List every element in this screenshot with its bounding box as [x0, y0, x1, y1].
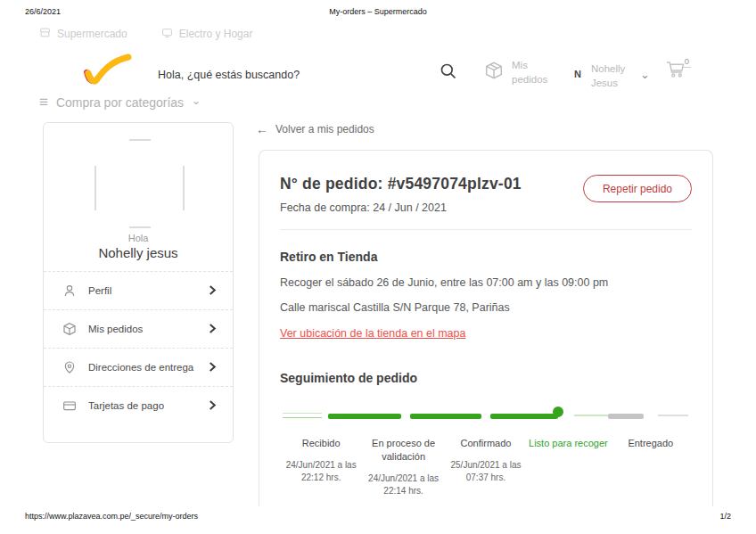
back-link-label: Volver a mis pedidos	[275, 123, 374, 136]
cart-count-badge: 0	[683, 56, 691, 68]
progress-segment-pending	[608, 414, 644, 419]
repeat-order-button[interactable]: Repetir pedido	[583, 175, 692, 202]
tracking-step-listo-para-recoger: Listo para recoger	[527, 437, 609, 497]
person-icon	[62, 283, 77, 298]
divider	[280, 229, 692, 230]
pickup-address: Calle mariscal Castilla S/N Parque 78, P…	[280, 301, 692, 314]
progress-line-start	[283, 413, 322, 418]
sidebar-item-direcciones[interactable]: Direcciones de entrega	[44, 348, 233, 386]
nav-my-orders[interactable]: Mis pedidos	[484, 59, 553, 86]
print-date: 26/6/2021	[25, 7, 61, 16]
sidebar-item-perfil[interactable]: Perfil	[44, 271, 233, 309]
order-number-title: N° de pedido: #v5497074plzv-01	[280, 175, 522, 193]
progress-segment-recibido	[328, 414, 401, 419]
print-title: My-orders – Supermercado	[329, 7, 427, 16]
appliance-icon	[161, 27, 173, 41]
nav-user-menu[interactable]: N Nohelly Jesus ⌄	[574, 62, 650, 90]
chevron-down-icon: ⌄	[192, 94, 201, 107]
purchase-date: Fecha de compra: 24 / Jun / 2021	[280, 201, 522, 214]
order-detail-card: N° de pedido: #v5497074plzv-01 Fecha de …	[259, 150, 713, 506]
page: 26/6/2021 My-orders – Supermercado Super…	[0, 0, 756, 534]
pickup-schedule: Recoger el sábado 26 de Junio, entre las…	[280, 276, 692, 289]
progress-segment-validacion	[410, 414, 481, 419]
tracking-steps: Recibido 24/Jun/2021 a las 22:12 hrs. En…	[280, 437, 692, 497]
back-link[interactable]: ← Volver a mis pedidos	[256, 122, 374, 136]
sidebar-item-mis-pedidos[interactable]: Mis pedidos	[44, 309, 233, 348]
chevron-right-icon	[209, 283, 217, 299]
tracking-title: Seguimiento de pedido	[280, 371, 692, 385]
store-tabs: Supermercado Electro y Hogar	[39, 27, 252, 41]
user-name-label: Nohelly Jesus	[591, 62, 630, 90]
tracking-step-validacion: En proceso de validación 24/Jun/2021 a l…	[362, 437, 444, 497]
sidebar-item-tarjetas[interactable]: Tarjetas de pago	[44, 386, 233, 424]
tab-label: Supermercado	[57, 28, 127, 40]
store-icon	[39, 27, 51, 41]
categories-menu[interactable]: ≡ Compra por categorías ⌄	[39, 94, 201, 110]
progress-line-after-marker	[574, 415, 610, 416]
cart-button[interactable]: 0	[664, 57, 687, 84]
card-icon	[62, 398, 77, 413]
current-step-marker	[553, 407, 563, 417]
sidebar-user-name: Nohelly jesus	[44, 245, 233, 260]
chevron-right-icon	[209, 398, 217, 414]
progress-segment-confirmado	[490, 414, 558, 419]
account-sidebar: Hola Nohelly jesus Perfil Mis pedidos	[43, 122, 234, 443]
avatar: N	[574, 69, 581, 79]
pin-icon	[62, 360, 77, 374]
sidebar-menu: Perfil Mis pedidos Direcciones de entreg	[44, 271, 233, 424]
chevron-right-icon	[209, 321, 217, 337]
tracking-progress-bar	[280, 407, 692, 426]
tab-electro-y-hogar[interactable]: Electro y Hogar	[161, 27, 253, 41]
sidebar-greeting: Hola	[44, 233, 233, 243]
tracking-step-recibido: Recibido 24/Jun/2021 a las 22:12 hrs.	[280, 437, 362, 497]
search-icon[interactable]	[440, 62, 457, 80]
pickup-title: Retiro en Tienda	[280, 250, 692, 264]
tab-supermercado[interactable]: Supermercado	[39, 27, 127, 41]
tab-label: Electro y Hogar	[179, 28, 253, 40]
categories-label: Compra por categorías	[56, 95, 184, 110]
nav-my-orders-label: Mis pedidos	[512, 59, 553, 86]
package-icon	[62, 322, 77, 336]
sidebar-item-label: Perfil	[88, 285, 209, 296]
store-map-link[interactable]: Ver ubicación de la tienda en el mapa	[280, 327, 465, 340]
sidebar-item-label: Direcciones de entrega	[88, 362, 209, 373]
package-icon	[484, 59, 504, 86]
search-input[interactable]: Hola, ¿qué estás buscando?	[158, 69, 407, 81]
chevron-right-icon	[209, 359, 217, 375]
arrow-left-icon: ←	[256, 122, 268, 136]
sidebar-item-label: Tarjetas de pago	[88, 400, 209, 411]
tracking-step-entregado: Entregado	[610, 437, 692, 497]
pickup-section: Retiro en Tienda Recoger el sábado 26 de…	[280, 250, 692, 341]
sidebar-item-label: Mis pedidos	[88, 324, 209, 334]
tracking-step-confirmado: Confirmado 25/Jun/2021 a las 07:37 hrs.	[445, 437, 527, 497]
chevron-down-icon: ⌄	[640, 68, 650, 81]
hamburger-icon: ≡	[39, 94, 48, 110]
print-url: https://www.plazavea.com.pe/_secure/my-o…	[25, 512, 198, 521]
plazavea-logo[interactable]	[80, 52, 136, 94]
print-page-number: 1/2	[719, 512, 731, 521]
progress-line-end	[658, 415, 688, 416]
tracking-section: Seguimiento de pedido Recibido 24/Jun/20…	[280, 371, 692, 497]
